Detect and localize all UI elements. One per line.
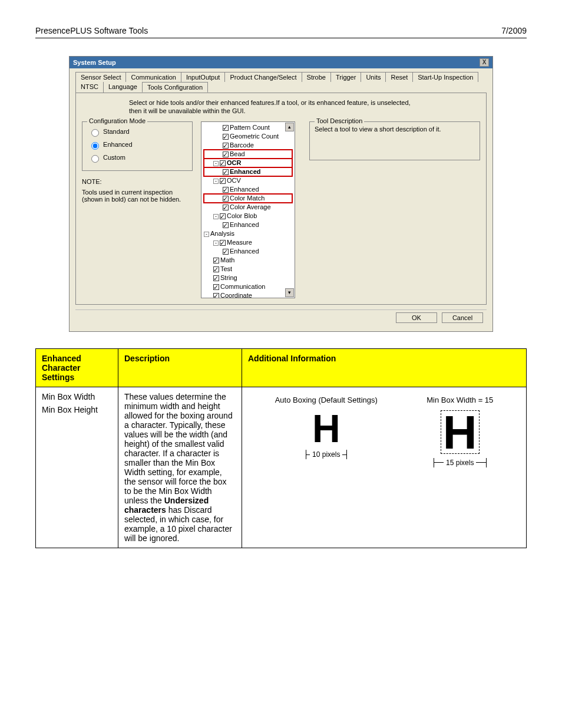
tree-node-ocv[interactable]: -OCV	[204, 176, 292, 185]
checkbox-icon[interactable]	[220, 178, 226, 184]
close-icon[interactable]: X	[480, 58, 489, 67]
th-additional: Additional Information	[242, 349, 527, 387]
tool-description-group: Tool Description Select a tool to view a…	[309, 121, 480, 160]
tab-language[interactable]: Language	[103, 82, 143, 93]
tree-label: Enhanced	[230, 186, 259, 193]
tree-node-coordinate[interactable]: Coordinate	[204, 291, 292, 298]
expand-icon[interactable]: -	[213, 161, 219, 166]
checkbox-icon[interactable]	[220, 160, 226, 166]
tree-node-test[interactable]: Test	[204, 265, 292, 274]
checkbox-icon[interactable]	[223, 143, 229, 149]
tree-node-color-average[interactable]: Color Average	[204, 203, 292, 212]
checkbox-icon[interactable]	[213, 266, 219, 272]
tab-start-up-inspection[interactable]: Start-Up Inspection	[412, 72, 478, 82]
radio-custom[interactable]: Custom	[87, 151, 187, 164]
tree-node-enhanced[interactable]: Enhanced	[204, 167, 292, 176]
tree-node-enhanced[interactable]: Enhanced	[204, 247, 292, 256]
scroll-up-icon[interactable]: ▴	[285, 123, 294, 131]
checkbox-icon[interactable]	[213, 275, 219, 281]
setting-min-box-height: Min Box Height	[42, 405, 112, 414]
note-label: NOTE:	[82, 178, 193, 185]
note-text: Tools used in current inspection (shown …	[82, 189, 193, 203]
tree-node-pattern-count[interactable]: Pattern Count	[204, 123, 292, 132]
tree-node-enhanced[interactable]: Enhanced	[204, 185, 292, 194]
tree-node-ocr[interactable]: -OCR	[204, 159, 292, 167]
checkbox-icon[interactable]	[223, 187, 229, 193]
tree-label: Enhanced	[230, 248, 259, 255]
page-header: PresencePLUS Software Tools 7/2009	[35, 26, 527, 38]
tree-label: Bead	[230, 150, 245, 157]
tree-label: Test	[220, 265, 232, 272]
checkbox-icon[interactable]	[223, 196, 229, 202]
tab-strobe[interactable]: Strobe	[302, 72, 331, 82]
checkbox-icon[interactable]	[223, 134, 229, 140]
checkbox-icon[interactable]	[223, 249, 229, 255]
tree-label: Pattern Count	[230, 124, 270, 131]
tree-label: Measure	[227, 239, 252, 246]
radio-standard[interactable]: Standard	[87, 126, 187, 139]
expand-icon[interactable]: -	[204, 232, 209, 237]
tools-tree[interactable]: ▴ Pattern CountGeometric CountBarcodeBea…	[201, 121, 295, 298]
cancel-button[interactable]: Cancel	[442, 312, 483, 323]
tree-node-string[interactable]: String	[204, 274, 292, 282]
tab-communication[interactable]: Communication	[125, 72, 181, 82]
tree-node-measure[interactable]: -Measure	[204, 238, 292, 247]
system-setup-dialog: System Setup X Sensor SelectCommunicatio…	[69, 56, 493, 332]
checkbox-icon[interactable]	[223, 169, 229, 175]
expand-icon[interactable]: -	[213, 214, 219, 219]
checkbox-icon[interactable]	[213, 293, 219, 298]
checkbox-icon[interactable]	[223, 205, 229, 210]
tab-inputoutput[interactable]: InputOutput	[181, 72, 226, 82]
tree-label: Math	[220, 256, 234, 263]
tab-trigger[interactable]: Trigger	[330, 72, 361, 82]
tab-product-change-select[interactable]: Product Change/Select	[224, 72, 302, 82]
dialog-titlebar: System Setup X	[70, 57, 492, 68]
tab-units[interactable]: Units	[361, 72, 386, 82]
tab-row-2: NTSCLanguageTools Configuration	[75, 82, 487, 93]
tree-node-geometric-count[interactable]: Geometric Count	[204, 132, 292, 141]
checkbox-icon[interactable]	[223, 222, 229, 228]
checkbox-icon[interactable]	[223, 125, 229, 131]
checkbox-icon[interactable]	[220, 213, 226, 219]
tab-row-1: Sensor SelectCommunicationInputOutputPro…	[75, 72, 487, 82]
th-description: Description	[118, 349, 242, 387]
desc-pre: These values determine the minimum width…	[124, 392, 233, 505]
tree-node-bead[interactable]: Bead	[204, 150, 292, 159]
tree-label: Color Match	[230, 195, 265, 202]
tree-label: Barcode	[230, 141, 254, 149]
header-left: PresencePLUS Software Tools	[35, 26, 148, 35]
scroll-down-icon[interactable]: ▾	[285, 288, 294, 297]
ok-button[interactable]: OK	[396, 312, 437, 323]
tree-node-barcode[interactable]: Barcode	[204, 141, 292, 150]
tree-label: Coordinate	[220, 292, 252, 298]
checkbox-icon[interactable]	[220, 240, 226, 246]
tool-description-legend: Tool Description	[315, 117, 364, 124]
tree-node-math[interactable]: Math	[204, 256, 292, 265]
tool-description-text: Select a tool to view a short descriptio…	[315, 126, 475, 133]
configuration-mode-legend: Configuration Mode	[87, 117, 147, 124]
tree-label: Enhanced	[230, 221, 259, 228]
illus-left-dim: 10 pixels	[310, 450, 342, 459]
dialog-title: System Setup	[73, 59, 116, 66]
tree-label: OCV	[227, 177, 241, 184]
checkbox-icon[interactable]	[223, 151, 229, 157]
tree-node-color-blob[interactable]: -Color Blob	[204, 212, 292, 220]
expand-icon[interactable]: -	[213, 179, 219, 184]
radio-enhanced[interactable]: Enhanced	[87, 139, 187, 151]
tree-node-color-match[interactable]: Color Match	[204, 194, 292, 203]
tab-tools-configuration[interactable]: Tools Configuration	[142, 82, 208, 93]
illus-right-dim: 15 pixels	[444, 459, 476, 467]
tree-node-enhanced[interactable]: Enhanced	[204, 220, 292, 229]
tree-node-analysis[interactable]: -Analysis	[204, 229, 292, 238]
tab-ntsc[interactable]: NTSC	[75, 82, 104, 93]
cell-description: These values determine the minimum width…	[118, 387, 242, 548]
tab-sensor-select[interactable]: Sensor Select	[75, 72, 126, 82]
expand-icon[interactable]: -	[213, 241, 219, 246]
tree-node-communication[interactable]: Communication	[204, 282, 292, 291]
tab-instructions: Select or hide tools and/or their enhanc…	[129, 99, 424, 116]
checkbox-icon[interactable]	[213, 284, 219, 290]
tab-reset[interactable]: Reset	[385, 72, 413, 82]
checkbox-icon[interactable]	[213, 258, 219, 263]
illus-right-caption: Min Box Width = 15	[427, 396, 493, 404]
configuration-mode-group: Configuration Mode Standard Enhanced Cus…	[82, 121, 193, 171]
